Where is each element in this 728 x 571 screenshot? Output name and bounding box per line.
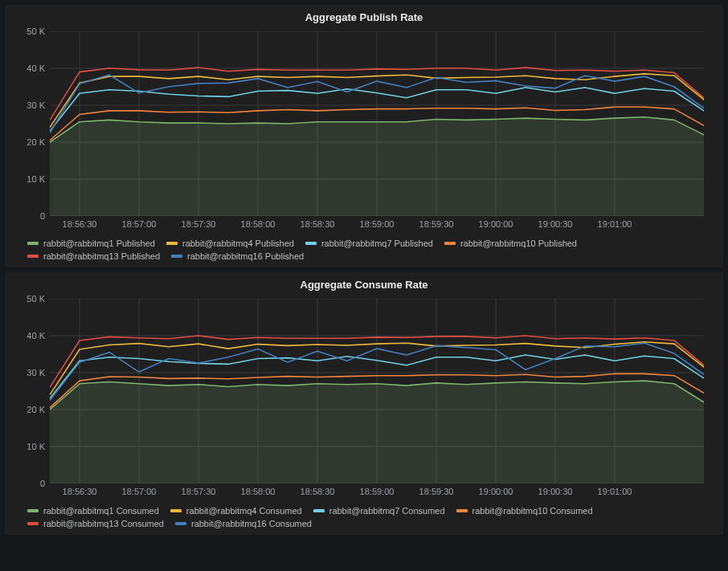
x-axis-tick: 18:56:30 xyxy=(63,483,97,496)
legend-swatch-icon xyxy=(313,509,325,512)
legend-item[interactable]: rabbit@rabbitmq4 Published xyxy=(166,239,294,248)
x-axis-tick: 18:58:00 xyxy=(241,216,276,229)
y-axis-tick: 30 K xyxy=(27,368,50,377)
panel-title: Aggregate Consume Rate xyxy=(5,275,723,294)
legend-item[interactable]: rabbit@rabbitmq13 Consumed xyxy=(27,519,164,528)
legend-label: rabbit@rabbitmq16 Consumed xyxy=(191,519,312,528)
legend-item[interactable]: rabbit@rabbitmq1 Published xyxy=(27,239,155,248)
legend-item[interactable]: rabbit@rabbitmq10 Consumed xyxy=(456,506,593,516)
x-axis-tick: 18:59:30 xyxy=(419,216,454,229)
chart-panel-1: Aggregate Consume Rate010 K20 K30 K40 K5… xyxy=(5,272,723,535)
series-fill xyxy=(50,117,704,216)
plot-wrap[interactable]: 010 K20 K30 K40 K50 K18:56:3018:57:0018:… xyxy=(13,294,715,501)
legend-swatch-icon xyxy=(444,242,456,245)
y-axis-tick: 0 xyxy=(40,479,50,488)
plot-wrap[interactable]: 010 K20 K30 K40 K50 K18:56:3018:57:0018:… xyxy=(13,27,715,234)
x-axis-tick: 18:57:30 xyxy=(182,216,216,229)
x-axis-tick: 18:58:00 xyxy=(241,483,276,496)
panel-title: Aggregate Publish Rate xyxy=(5,8,723,27)
legend-swatch-icon xyxy=(27,522,39,525)
legend-label: rabbit@rabbitmq7 Consumed xyxy=(329,506,445,516)
x-axis-tick: 19:00:30 xyxy=(538,216,573,229)
plot-area[interactable]: 010 K20 K30 K40 K50 K18:56:3018:57:0018:… xyxy=(50,299,704,483)
y-axis-tick: 20 K xyxy=(27,405,50,414)
legend-item[interactable]: rabbit@rabbitmq7 Published xyxy=(305,239,433,248)
chart-svg xyxy=(50,299,704,483)
legend-label: rabbit@rabbitmq13 Consumed xyxy=(43,519,164,528)
legend-label: rabbit@rabbitmq4 Published xyxy=(182,239,294,248)
legend: rabbit@rabbitmq1 Publishedrabbit@rabbitm… xyxy=(5,234,723,263)
x-axis-tick: 19:01:00 xyxy=(598,216,632,229)
y-axis-tick: 10 K xyxy=(27,174,50,184)
legend-swatch-icon xyxy=(166,242,178,245)
legend-item[interactable]: rabbit@rabbitmq16 Consumed xyxy=(175,519,312,528)
legend-label: rabbit@rabbitmq13 Published xyxy=(43,251,160,261)
legend-swatch-icon xyxy=(175,522,186,525)
legend-label: rabbit@rabbitmq16 Published xyxy=(187,251,304,261)
x-axis-tick: 19:01:00 xyxy=(598,483,632,496)
y-axis-tick: 30 K xyxy=(27,100,50,110)
x-axis-tick: 18:56:30 xyxy=(63,216,97,229)
y-axis-tick: 50 K xyxy=(27,294,50,304)
legend-swatch-icon xyxy=(27,509,39,512)
legend: rabbit@rabbitmq1 Consumedrabbit@rabbitmq… xyxy=(5,501,723,530)
y-axis-tick: 50 K xyxy=(27,27,50,36)
series-fill xyxy=(50,381,704,483)
y-axis-tick: 40 K xyxy=(27,63,50,73)
legend-swatch-icon xyxy=(456,509,468,512)
legend-label: rabbit@rabbitmq1 Consumed xyxy=(43,506,159,516)
chart-panel-0: Aggregate Publish Rate010 K20 K30 K40 K5… xyxy=(5,5,723,267)
chart-svg xyxy=(50,31,704,216)
x-axis-tick: 18:59:00 xyxy=(360,216,395,229)
legend-label: rabbit@rabbitmq10 Published xyxy=(460,239,577,248)
legend-item[interactable]: rabbit@rabbitmq10 Published xyxy=(444,239,577,248)
legend-swatch-icon xyxy=(305,242,317,245)
y-axis-tick: 10 K xyxy=(27,442,50,451)
legend-label: rabbit@rabbitmq10 Consumed xyxy=(472,506,593,516)
y-axis-tick: 40 K xyxy=(27,331,50,341)
x-axis-tick: 18:58:30 xyxy=(301,216,335,229)
legend-label: rabbit@rabbitmq1 Published xyxy=(43,239,155,248)
plot-area[interactable]: 010 K20 K30 K40 K50 K18:56:3018:57:0018:… xyxy=(50,31,704,216)
legend-label: rabbit@rabbitmq4 Consumed xyxy=(186,506,302,516)
x-axis-tick: 18:59:00 xyxy=(360,483,395,496)
x-axis-tick: 18:57:00 xyxy=(122,483,157,496)
legend-item[interactable]: rabbit@rabbitmq1 Consumed xyxy=(27,506,159,516)
x-axis-tick: 19:00:30 xyxy=(538,483,573,496)
x-axis-tick: 19:00:00 xyxy=(479,216,513,229)
legend-item[interactable]: rabbit@rabbitmq13 Published xyxy=(27,251,160,261)
x-axis-tick: 18:58:30 xyxy=(301,483,335,496)
y-axis-tick: 20 K xyxy=(27,137,50,147)
legend-swatch-icon xyxy=(27,255,39,258)
legend-item[interactable]: rabbit@rabbitmq7 Consumed xyxy=(313,506,445,516)
legend-swatch-icon xyxy=(27,242,39,245)
x-axis-tick: 18:57:30 xyxy=(182,483,216,496)
x-axis-tick: 18:57:00 xyxy=(122,216,157,229)
x-axis-tick: 19:00:00 xyxy=(479,483,513,496)
y-axis-tick: 0 xyxy=(40,211,50,221)
legend-swatch-icon xyxy=(170,509,182,512)
legend-item[interactable]: rabbit@rabbitmq4 Consumed xyxy=(170,506,302,516)
legend-label: rabbit@rabbitmq7 Published xyxy=(321,239,433,248)
legend-swatch-icon xyxy=(171,255,182,258)
x-axis-tick: 18:59:30 xyxy=(419,483,454,496)
legend-item[interactable]: rabbit@rabbitmq16 Published xyxy=(171,251,304,261)
